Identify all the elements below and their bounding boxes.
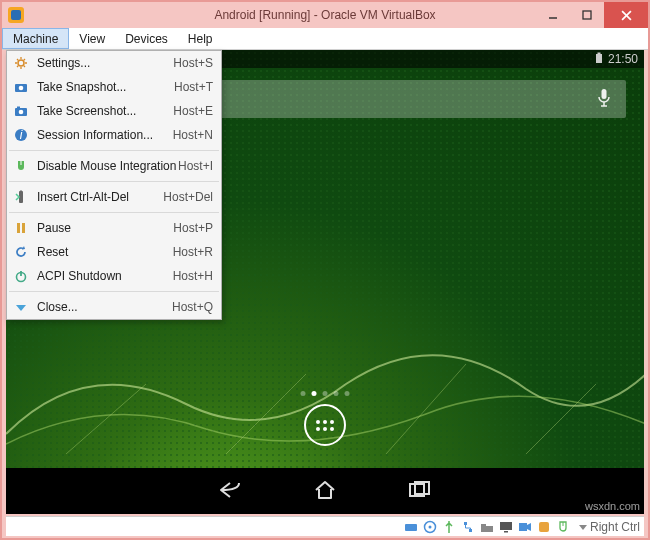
svg-point-28 xyxy=(428,525,431,528)
menu-separator xyxy=(9,212,219,213)
svg-text:i: i xyxy=(20,128,23,142)
menu-devices[interactable]: Devices xyxy=(115,28,178,49)
display-icon[interactable] xyxy=(498,519,514,535)
svg-rect-30 xyxy=(469,529,472,532)
menubar: Machine View Devices Help xyxy=(2,28,648,50)
microphone-icon[interactable] xyxy=(596,88,612,111)
menu-item-pause[interactable]: PauseHost+P xyxy=(7,216,221,240)
maximize-button[interactable] xyxy=(570,2,604,28)
menu-item-shortcut: Host+Q xyxy=(172,300,213,314)
menu-item-label: Close... xyxy=(37,300,172,314)
network-icon[interactable] xyxy=(460,519,476,535)
features-icon[interactable] xyxy=(536,519,552,535)
hard-disk-icon[interactable] xyxy=(403,519,419,535)
menu-item-label: Disable Mouse Integration xyxy=(37,159,178,173)
keyboard-icon xyxy=(11,189,31,205)
vm-status-bar: Right Ctrl xyxy=(6,516,644,536)
shared-folders-icon[interactable] xyxy=(479,519,495,535)
pause-icon xyxy=(11,220,31,236)
mouse-integration-icon[interactable] xyxy=(555,519,571,535)
svg-point-14 xyxy=(19,86,24,91)
menu-item-session-information[interactable]: iSession Information...Host+N xyxy=(7,123,221,147)
camera-icon xyxy=(11,79,31,95)
svg-rect-36 xyxy=(539,522,549,532)
usb-icon[interactable] xyxy=(441,519,457,535)
svg-rect-6 xyxy=(597,52,600,54)
menu-item-label: Take Screenshot... xyxy=(37,104,173,118)
android-clock: 21:50 xyxy=(608,52,638,66)
svg-rect-0 xyxy=(11,10,21,20)
menu-item-shortcut: Host+P xyxy=(173,221,213,235)
menu-item-take-snapshot[interactable]: Take Snapshot...Host+T xyxy=(7,75,221,99)
android-nav-bar xyxy=(6,468,644,514)
host-key-indicator[interactable]: Right Ctrl xyxy=(578,520,640,534)
svg-rect-23 xyxy=(22,223,25,233)
menu-item-label: Pause xyxy=(37,221,173,235)
menu-item-close[interactable]: Close...Host+Q xyxy=(7,295,221,319)
optical-disk-icon[interactable] xyxy=(422,519,438,535)
svg-rect-7 xyxy=(602,89,607,99)
svg-rect-29 xyxy=(464,522,467,525)
menu-item-settings[interactable]: Settings...Host+S xyxy=(7,51,221,75)
power-icon xyxy=(11,268,31,284)
svg-rect-22 xyxy=(17,223,20,233)
gear-icon xyxy=(11,55,31,71)
svg-rect-33 xyxy=(500,522,512,530)
apps-grid-icon xyxy=(316,420,334,431)
menu-item-label: ACPI Shutdown xyxy=(37,269,173,283)
menu-item-insert-ctrl-alt-del[interactable]: Insert Ctrl-Alt-DelHost+Del xyxy=(7,185,221,209)
arrow-down-icon xyxy=(578,522,588,532)
menu-item-shortcut: Host+I xyxy=(178,159,213,173)
titlebar: Android [Running] - Oracle VM VirtualBox xyxy=(2,2,648,28)
menu-separator xyxy=(9,291,219,292)
svg-rect-5 xyxy=(596,54,602,63)
svg-rect-2 xyxy=(583,11,591,19)
svg-point-12 xyxy=(18,60,24,66)
app-drawer-button[interactable] xyxy=(304,404,346,446)
menu-item-label: Reset xyxy=(37,245,173,259)
menu-separator xyxy=(9,150,219,151)
battery-icon xyxy=(594,52,604,67)
menu-item-shortcut: Host+Del xyxy=(163,190,213,204)
menu-item-label: Take Snapshot... xyxy=(37,80,174,94)
machine-menu-dropdown: Settings...Host+STake Snapshot...Host+TT… xyxy=(6,50,222,320)
video-capture-icon[interactable] xyxy=(517,519,533,535)
watermark: wsxdn.com xyxy=(585,500,640,512)
menu-item-label: Session Information... xyxy=(37,128,173,142)
svg-rect-34 xyxy=(504,531,508,533)
menu-item-shortcut: Host+S xyxy=(173,56,213,70)
close-button[interactable] xyxy=(604,2,648,28)
window-controls xyxy=(536,2,648,28)
menu-item-disable-mouse-integration[interactable]: Disable Mouse IntegrationHost+I xyxy=(7,154,221,178)
camera2-icon xyxy=(11,103,31,119)
mouse-icon xyxy=(11,158,31,174)
menu-item-label: Insert Ctrl-Alt-Del xyxy=(37,190,163,204)
info-icon: i xyxy=(11,127,31,143)
menu-machine[interactable]: Machine xyxy=(2,28,69,49)
menu-item-reset[interactable]: ResetHost+R xyxy=(7,240,221,264)
menu-item-acpi-shutdown[interactable]: ACPI ShutdownHost+H xyxy=(7,264,221,288)
svg-rect-35 xyxy=(519,523,527,531)
reset-icon xyxy=(11,244,31,260)
minimize-button[interactable] xyxy=(536,2,570,28)
back-button[interactable] xyxy=(217,480,243,503)
menu-item-shortcut: Host+N xyxy=(173,128,213,142)
svg-rect-32 xyxy=(481,524,486,527)
svg-point-16 xyxy=(19,110,24,115)
recent-apps-button[interactable] xyxy=(407,480,433,503)
svg-rect-17 xyxy=(17,107,20,109)
menu-item-shortcut: Host+E xyxy=(173,104,213,118)
home-page-indicator xyxy=(301,391,350,396)
menu-view[interactable]: View xyxy=(69,28,115,49)
close-icon xyxy=(11,299,31,315)
menu-help[interactable]: Help xyxy=(178,28,223,49)
menu-item-label: Settings... xyxy=(37,56,173,70)
host-key-label: Right Ctrl xyxy=(590,520,640,534)
menu-item-shortcut: Host+T xyxy=(174,80,213,94)
menu-item-take-screenshot[interactable]: Take Screenshot...Host+E xyxy=(7,99,221,123)
home-button[interactable] xyxy=(313,480,337,503)
menu-item-shortcut: Host+H xyxy=(173,269,213,283)
menu-separator xyxy=(9,181,219,182)
svg-rect-26 xyxy=(405,524,417,531)
menu-item-shortcut: Host+R xyxy=(173,245,213,259)
